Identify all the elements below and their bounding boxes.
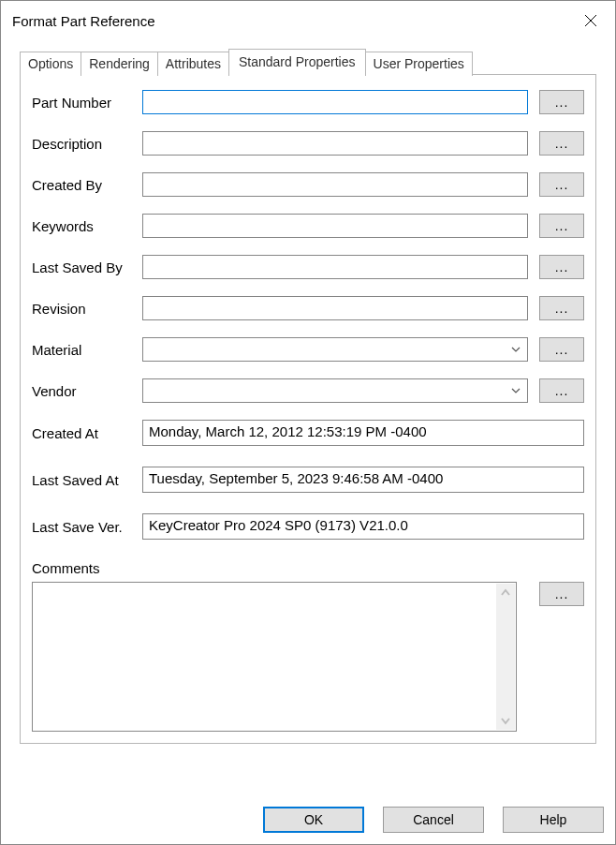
created-at-value: Monday, March 12, 2012 12:53:19 PM -0400 — [142, 420, 584, 446]
label-part-number: Part Number — [32, 95, 142, 111]
comments-browse-button[interactable]: ... — [539, 582, 584, 606]
dialog-button-bar: OK Cancel Help — [1, 801, 615, 844]
last-saved-by-browse-button[interactable]: ... — [539, 255, 584, 279]
last-saved-at-value: Tuesday, September 5, 2023 9:46:58 AM -0… — [142, 467, 584, 493]
label-created-at: Created At — [32, 425, 142, 441]
tab-attributes[interactable]: Attributes — [157, 52, 229, 76]
tab-standard-properties[interactable]: Standard Properties — [228, 49, 366, 75]
content-area: Options Rendering Attributes Standard Pr… — [10, 40, 606, 801]
material-combo[interactable] — [142, 337, 528, 362]
label-vendor: Vendor — [32, 383, 142, 399]
label-keywords: Keywords — [32, 218, 142, 234]
part-number-browse-button[interactable]: ... — [539, 90, 584, 114]
tab-strip: Options Rendering Attributes Standard Pr… — [20, 48, 596, 751]
close-button[interactable] — [570, 6, 611, 36]
label-last-save-ver: Last Save Ver. — [32, 519, 142, 535]
revision-browse-button[interactable]: ... — [539, 296, 584, 320]
cancel-button[interactable]: Cancel — [383, 807, 484, 833]
help-button[interactable]: Help — [503, 807, 604, 833]
scroll-down-icon — [500, 717, 511, 726]
created-by-input[interactable] — [142, 172, 528, 197]
tab-options[interactable]: Options — [20, 52, 81, 76]
description-input[interactable] — [142, 131, 528, 156]
label-last-saved-at: Last Saved At — [32, 472, 142, 488]
revision-input[interactable] — [142, 296, 528, 320]
created-by-browse-button[interactable]: ... — [539, 172, 584, 197]
close-icon — [584, 14, 597, 27]
last-save-ver-value: KeyCreator Pro 2024 SP0 (9173) V21.0.0 — [142, 513, 584, 540]
vendor-browse-button[interactable]: ... — [539, 378, 584, 403]
label-revision: Revision — [32, 301, 142, 317]
keywords-browse-button[interactable]: ... — [539, 214, 584, 238]
comments-textarea[interactable] — [32, 582, 517, 732]
vendor-combo[interactable] — [142, 378, 528, 403]
label-description: Description — [32, 136, 142, 152]
material-browse-button[interactable]: ... — [539, 337, 584, 362]
label-comments: Comments — [32, 560, 584, 576]
tab-panel: Part Number ... Description ... Created … — [20, 74, 596, 744]
label-created-by: Created By — [32, 177, 142, 193]
comments-scrollbar[interactable] — [496, 584, 515, 730]
chevron-down-icon — [508, 347, 523, 352]
label-material: Material — [32, 342, 142, 358]
dialog-window: Format Part Reference Options Rendering … — [0, 0, 616, 845]
chevron-down-icon — [508, 388, 523, 393]
tab-rendering[interactable]: Rendering — [81, 52, 158, 76]
scroll-up-icon — [500, 587, 511, 597]
tab-user-properties[interactable]: User Properties — [365, 52, 473, 76]
window-title: Format Part Reference — [12, 13, 155, 29]
keywords-input[interactable] — [142, 214, 528, 238]
description-browse-button[interactable]: ... — [539, 131, 584, 156]
part-number-input[interactable] — [142, 90, 528, 114]
label-last-saved-by: Last Saved By — [32, 259, 142, 275]
last-saved-by-input[interactable] — [142, 255, 528, 279]
titlebar: Format Part Reference — [1, 1, 615, 40]
ok-button[interactable]: OK — [263, 807, 364, 833]
